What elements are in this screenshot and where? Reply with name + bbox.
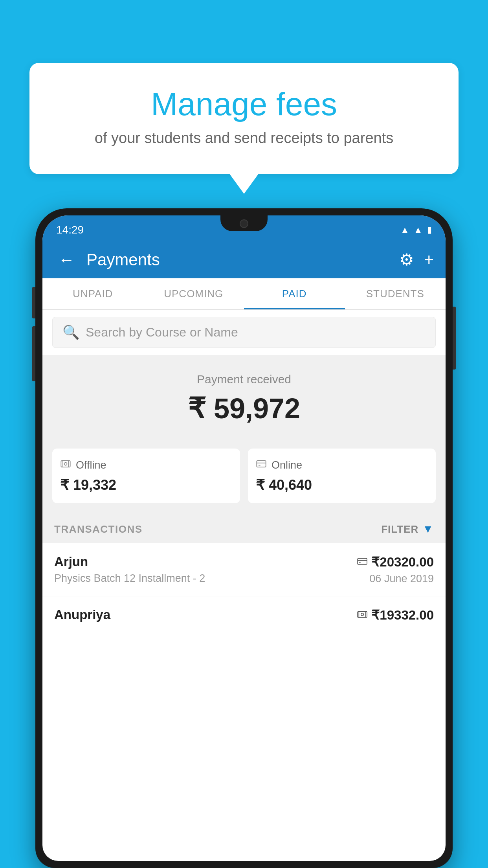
filter-label: FILTER [381,523,418,535]
offline-label: Offline [76,459,106,471]
transactions-header: TRANSACTIONS FILTER ▼ [42,515,446,543]
status-time: 14:29 [56,224,84,236]
online-card: Online ₹ 40,640 [248,449,436,503]
svg-rect-4 [257,461,266,467]
transaction-list: Arjun Physics Batch 12 Installment - 2 [42,543,446,637]
phone-notch [220,215,268,231]
svg-rect-7 [358,558,367,564]
tab-upcoming[interactable]: UPCOMING [143,278,244,309]
app-bar-icons: ⚙ + [399,250,434,269]
offline-icon [60,458,71,472]
transaction-detail: Physics Batch 12 Installment - 2 [54,572,205,585]
payment-label: Payment received [54,373,434,386]
tab-students[interactable]: STUDENTS [345,278,446,309]
volume-down-button [32,326,35,381]
status-icons: ▲ ▲ ▮ [400,225,432,235]
camera-dot [240,219,248,228]
app-title: Payments [86,250,391,269]
filter-icon: ▼ [422,523,434,535]
offline-card: Offline ₹ 19,332 [52,449,240,503]
power-button [453,307,456,370]
app-bar: ← Payments ⚙ + [42,241,446,278]
transaction-right: ₹20320.00 06 June 2019 [357,554,434,585]
transactions-label: TRANSACTIONS [54,523,143,535]
search-container: 🔍 Search by Course or Name [42,310,446,355]
online-label: Online [272,459,302,471]
table-row[interactable]: Arjun Physics Batch 12 Installment - 2 [42,543,446,596]
online-icon [256,458,267,472]
transaction-left: Arjun Physics Batch 12 Installment - 2 [54,554,205,585]
transaction-amount: ₹20320.00 [357,554,434,570]
svg-point-11 [361,613,364,616]
transaction-name: Anupriya [54,607,110,622]
tabs-container: UNPAID UPCOMING PAID STUDENTS [42,278,446,310]
payment-cards: Offline ₹ 19,332 [42,449,446,515]
transaction-right: ₹19332.00 [357,607,434,626]
tab-paid[interactable]: PAID [244,278,345,309]
phone-screen: 14:29 ▲ ▲ ▮ ← Payments ⚙ + UNPAID [42,215,446,861]
back-button[interactable]: ← [54,248,79,271]
signal-icon: ▲ [414,225,422,235]
tooltip-container: Manage fees of your students and send re… [29,63,459,174]
table-row[interactable]: Anupriya ₹1 [42,596,446,637]
tooltip-box: Manage fees of your students and send re… [29,63,459,174]
tooltip-title: Manage fees [61,86,427,122]
transaction-date: 06 June 2019 [357,573,434,585]
search-icon: 🔍 [62,324,80,340]
search-bar[interactable]: 🔍 Search by Course or Name [52,317,436,348]
volume-up-button [32,287,35,318]
transaction-amount: ₹19332.00 [357,607,434,623]
online-card-header: Online [256,458,428,472]
battery-icon: ▮ [427,225,432,235]
tab-unpaid[interactable]: UNPAID [42,278,143,309]
payment-summary: Payment received ₹ 59,972 [42,355,446,449]
transaction-name: Arjun [54,554,205,569]
transaction-left: Anupriya [54,607,110,625]
cash-payment-icon [357,609,367,621]
card-payment-icon [357,556,367,568]
online-amount: ₹ 40,640 [256,477,428,493]
svg-point-1 [64,463,67,465]
tooltip-subtitle: of your students and send receipts to pa… [61,130,427,147]
svg-rect-0 [61,461,70,467]
payment-amount: ₹ 59,972 [54,392,434,425]
add-button[interactable]: + [424,250,434,269]
offline-amount: ₹ 19,332 [60,477,232,493]
gear-icon[interactable]: ⚙ [399,250,414,269]
wifi-icon: ▲ [400,225,409,235]
filter-button[interactable]: FILTER ▼ [381,523,434,535]
offline-card-header: Offline [60,458,232,472]
search-input[interactable]: Search by Course or Name [86,325,238,340]
phone-frame: 14:29 ▲ ▲ ▮ ← Payments ⚙ + UNPAID [35,208,453,868]
